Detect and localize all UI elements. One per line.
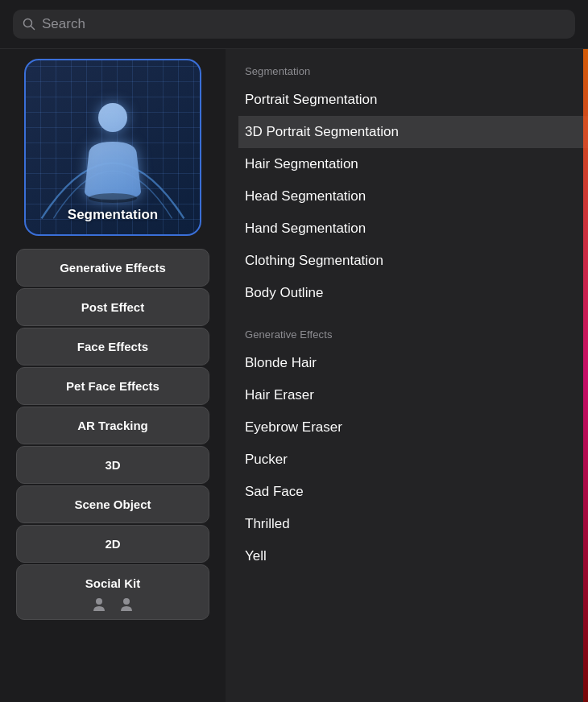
list-item[interactable]: Clothing Segmentation <box>245 245 582 277</box>
tab-pet-face-effects[interactable]: Pet Face Effects <box>16 367 209 405</box>
tab-3d[interactable]: 3D <box>16 446 209 484</box>
list-item[interactable]: Body Outline <box>245 277 582 309</box>
segmentation-card[interactable]: Segmentation <box>24 59 201 236</box>
list-item[interactable]: Hair Segmentation <box>245 148 582 180</box>
svg-point-2 <box>98 103 127 132</box>
list-item[interactable]: Portrait Segmentation <box>245 84 582 116</box>
list-item[interactable]: Hair Eraser <box>245 379 582 411</box>
search-icon <box>23 18 35 31</box>
list-item[interactable]: Sad Face <box>245 476 582 508</box>
search-bar <box>0 0 588 49</box>
tab-2d[interactable]: 2D <box>16 525 209 563</box>
svg-line-1 <box>31 27 35 30</box>
tab-post-effect[interactable]: Post Effect <box>16 288 209 326</box>
list-item[interactable]: Head Segmentation <box>245 180 582 213</box>
svg-point-5 <box>123 598 130 605</box>
list-item[interactable]: Hand Segmentation <box>245 213 582 245</box>
social-person-icon-1 <box>92 595 111 614</box>
tab-face-effects[interactable]: Face Effects <box>16 328 209 365</box>
svg-point-4 <box>96 598 102 605</box>
card-label: Segmentation <box>68 207 158 223</box>
tab-scene-object[interactable]: Scene Object <box>16 485 209 523</box>
list-item-active[interactable]: 3D Portrait Segmentation <box>238 116 588 148</box>
tab-ar-tracking[interactable]: AR Tracking <box>16 407 209 444</box>
list-item[interactable]: Eyebrow Eraser <box>245 411 582 444</box>
section-header-segmentation: Segmentation <box>245 62 588 84</box>
svg-point-3 <box>89 193 137 203</box>
section-segmentation: Segmentation Portrait Segmentation 3D Po… <box>245 62 588 309</box>
right-edge-gradient <box>583 49 588 702</box>
search-input[interactable] <box>42 16 565 32</box>
list-item[interactable]: Thrilled <box>245 508 582 540</box>
tab-generative-effects[interactable]: Generative Effects <box>16 249 209 287</box>
list-item[interactable]: Pucker <box>245 444 582 476</box>
social-person-icon-2 <box>114 595 134 614</box>
list-item[interactable]: Yell <box>245 540 582 572</box>
tabs-stack: Generative Effects Post Effect Face Effe… <box>16 249 209 621</box>
tab-social-kit[interactable]: Social Kit <box>16 564 209 620</box>
section-header-generative: Generative Effects <box>245 325 588 347</box>
section-generative-effects: Generative Effects Blonde Hair Hair Eras… <box>245 325 588 572</box>
list-item[interactable]: Blonde Hair <box>245 347 582 379</box>
sidebar: Segmentation Generative Effects Post Eff… <box>0 49 226 702</box>
right-panel: Segmentation Portrait Segmentation 3D Po… <box>226 49 588 702</box>
person-figure-icon <box>72 95 153 208</box>
